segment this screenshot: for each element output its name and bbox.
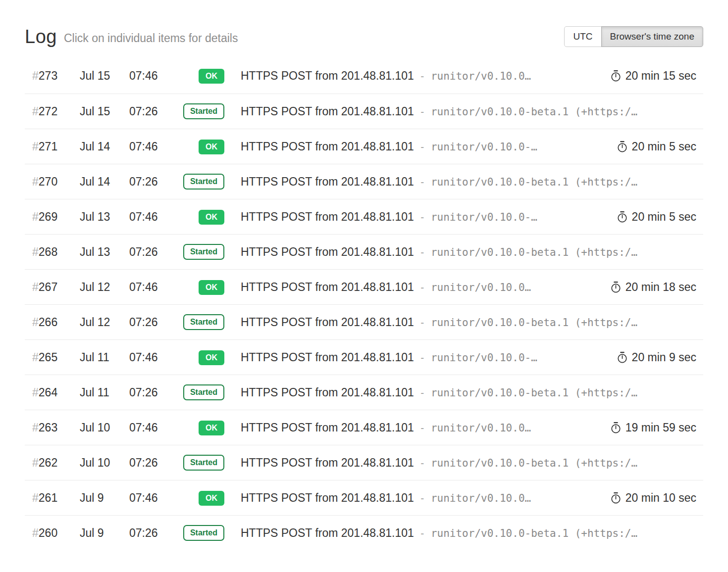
event-number-hash: #	[32, 351, 39, 364]
event-description: HTTPS POST from 201.48.81.101 - runitor/…	[241, 316, 696, 329]
status-badge: Started	[183, 103, 224, 119]
log-row[interactable]: #271 Jul 14 07:46 OK HTTPS POST from 201…	[25, 129, 703, 164]
log-row[interactable]: #260 Jul 9 07:26 Started HTTPS POST from…	[25, 515, 703, 550]
log-row[interactable]: #273 Jul 15 07:46 OK HTTPS POST from 201…	[25, 58, 703, 94]
stopwatch-icon	[610, 422, 622, 434]
utc-button[interactable]: UTC	[564, 26, 601, 47]
event-number: #273	[32, 69, 80, 83]
event-time: 07:26	[129, 316, 179, 329]
duration-text: 20 min 18 sec	[625, 281, 696, 294]
log-row[interactable]: #269 Jul 13 07:46 OK HTTPS POST from 201…	[25, 199, 703, 234]
event-separator: -	[419, 70, 425, 82]
event-description: HTTPS POST from 201.48.81.101 - runitor/…	[241, 456, 696, 470]
event-number-value: 273	[39, 69, 57, 82]
event-source-text: HTTPS POST from 201.48.81.101	[241, 281, 414, 294]
stopwatch-icon	[617, 141, 628, 153]
event-number: #269	[32, 210, 80, 224]
event-date: Jul 12	[80, 281, 129, 294]
event-number-hash: #	[32, 140, 39, 153]
event-description: HTTPS POST from 201.48.81.101 - runitor/…	[241, 491, 598, 505]
log-row[interactable]: #272 Jul 15 07:26 Started HTTPS POST fro…	[25, 94, 703, 129]
log-row[interactable]: #266 Jul 12 07:26 Started HTTPS POST fro…	[25, 304, 703, 339]
event-user-agent: runitor/v0.10.0-beta.1 (+https:/…	[431, 246, 637, 258]
event-source-text: HTTPS POST from 201.48.81.101	[241, 140, 414, 153]
event-number: #264	[32, 386, 80, 399]
timezone-toggle: UTC Browser's time zone	[564, 26, 703, 47]
status-badge-cell: Started	[179, 314, 224, 330]
event-duration: 20 min 9 sec	[617, 351, 696, 364]
stopwatch-icon	[610, 281, 622, 293]
log-row[interactable]: #267 Jul 12 07:46 OK HTTPS POST from 201…	[25, 269, 703, 304]
event-user-agent: runitor/v0.10.0-beta.1 (+https:/…	[431, 106, 637, 118]
event-date: Jul 11	[80, 351, 129, 364]
status-badge: Started	[183, 174, 224, 190]
event-number-value: 272	[39, 105, 57, 118]
stopwatch-icon	[610, 70, 622, 82]
status-badge-cell: OK	[179, 420, 224, 435]
event-number-value: 268	[39, 245, 57, 258]
event-number-hash: #	[32, 69, 39, 82]
status-badge-cell: OK	[179, 490, 224, 506]
event-user-agent: runitor/v0.10.0-…	[431, 211, 537, 223]
status-badge: OK	[199, 140, 224, 154]
event-description: HTTPS POST from 201.48.81.101 - runitor/…	[241, 105, 696, 118]
status-badge-cell: OK	[179, 68, 224, 84]
status-badge-cell: Started	[179, 174, 224, 190]
status-badge-cell: OK	[179, 139, 224, 154]
event-user-agent: runitor/v0.10.0…	[431, 422, 531, 434]
event-source-text: HTTPS POST from 201.48.81.101	[241, 105, 414, 118]
event-source-text: HTTPS POST from 201.48.81.101	[241, 526, 414, 540]
event-source-text: HTTPS POST from 201.48.81.101	[241, 386, 414, 399]
event-number: #272	[32, 105, 80, 118]
event-user-agent: runitor/v0.10.0-beta.1 (+https:/…	[431, 527, 637, 539]
event-description: HTTPS POST from 201.48.81.101 - runitor/…	[241, 281, 598, 294]
event-time: 07:46	[129, 281, 179, 294]
event-number-value: 265	[39, 351, 57, 364]
event-number: #266	[32, 316, 80, 329]
status-badge: Started	[183, 525, 224, 541]
log-row[interactable]: #263 Jul 10 07:46 OK HTTPS POST from 201…	[25, 410, 703, 445]
event-number-value: 263	[39, 421, 57, 434]
log-row[interactable]: #261 Jul 9 07:46 OK HTTPS POST from 201.…	[25, 480, 703, 515]
event-time: 07:46	[129, 351, 179, 364]
duration-text: 20 min 15 sec	[625, 69, 696, 83]
event-number-hash: #	[32, 491, 39, 504]
event-date: Jul 9	[80, 526, 129, 540]
event-number: #263	[32, 421, 80, 434]
log-table: #273 Jul 15 07:46 OK HTTPS POST from 201…	[25, 58, 703, 550]
duration-text: 19 min 59 sec	[625, 421, 696, 434]
event-source-text: HTTPS POST from 201.48.81.101	[241, 245, 414, 259]
log-row[interactable]: #264 Jul 11 07:26 Started HTTPS POST fro…	[25, 375, 703, 410]
event-number-hash: #	[32, 175, 39, 188]
event-number: #268	[32, 245, 80, 259]
status-badge-cell: Started	[179, 103, 224, 119]
event-source-text: HTTPS POST from 201.48.81.101	[241, 316, 414, 329]
event-time: 07:46	[129, 140, 179, 153]
event-separator: -	[419, 527, 425, 539]
event-separator: -	[419, 211, 425, 223]
event-number-hash: #	[32, 105, 39, 118]
log-row[interactable]: #265 Jul 11 07:46 OK HTTPS POST from 201…	[25, 339, 703, 375]
status-badge-cell: Started	[179, 384, 224, 400]
event-user-agent: runitor/v0.10.0-beta.1 (+https:/…	[431, 457, 637, 469]
event-number-value: 266	[39, 316, 57, 329]
stopwatch-icon	[617, 211, 628, 223]
event-number: #270	[32, 175, 80, 189]
event-user-agent: runitor/v0.10.0-beta.1 (+https:/…	[431, 387, 637, 399]
event-description: HTTPS POST from 201.48.81.101 - runitor/…	[241, 526, 696, 540]
event-user-agent: runitor/v0.10.0…	[431, 492, 531, 504]
stopwatch-icon	[610, 492, 622, 504]
status-badge: Started	[183, 455, 224, 471]
browser-timezone-button[interactable]: Browser's time zone	[601, 26, 703, 47]
status-badge-cell: Started	[179, 525, 224, 541]
status-badge: OK	[199, 491, 224, 506]
status-badge: OK	[199, 69, 224, 84]
page-title: Log	[25, 26, 57, 48]
event-number-hash: #	[32, 421, 39, 434]
event-number-hash: #	[32, 281, 39, 293]
event-separator: -	[419, 282, 425, 293]
log-row[interactable]: #270 Jul 14 07:26 Started HTTPS POST fro…	[25, 164, 703, 199]
log-row[interactable]: #262 Jul 10 07:26 Started HTTPS POST fro…	[25, 445, 703, 480]
event-number-value: 270	[39, 175, 57, 188]
log-row[interactable]: #268 Jul 13 07:26 Started HTTPS POST fro…	[25, 234, 703, 269]
